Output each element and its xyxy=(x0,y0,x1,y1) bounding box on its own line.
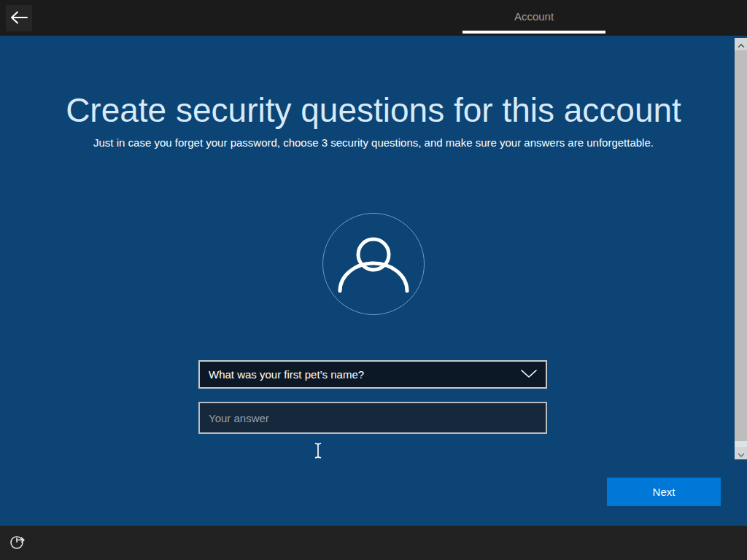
bottom-bar xyxy=(0,526,747,560)
user-avatar-icon xyxy=(322,213,425,315)
ease-of-access-icon xyxy=(9,533,26,553)
vertical-scrollbar[interactable] xyxy=(735,38,747,459)
chevron-down-icon xyxy=(521,368,537,381)
ease-of-access-button[interactable] xyxy=(7,532,28,553)
scroll-down-button[interactable] xyxy=(735,447,747,459)
answer-input[interactable] xyxy=(200,403,546,432)
security-question-selected-value: What was your first pet’s name? xyxy=(209,368,521,381)
tab-account-underline xyxy=(462,31,605,34)
page-subtitle: Just in case you forget your password, c… xyxy=(0,136,747,149)
scroll-up-button[interactable] xyxy=(735,38,747,50)
back-arrow-icon xyxy=(9,9,28,28)
text-ibeam-cursor xyxy=(314,442,322,459)
security-question-dropdown[interactable]: What was your first pet’s name? xyxy=(198,360,547,389)
page-title: Create security questions for this accou… xyxy=(0,90,747,130)
top-bar: Account xyxy=(0,0,747,36)
oobe-content: Create security questions for this accou… xyxy=(0,36,747,526)
back-button[interactable] xyxy=(6,5,32,31)
next-button[interactable]: Next xyxy=(607,478,721,506)
tab-account-label: Account xyxy=(462,10,605,23)
scrollbar-thumb[interactable] xyxy=(735,50,747,441)
tab-account: Account xyxy=(462,0,605,36)
chevron-down-small-icon xyxy=(738,447,745,460)
chevron-up-icon xyxy=(738,38,745,51)
answer-input-wrap xyxy=(198,402,547,434)
